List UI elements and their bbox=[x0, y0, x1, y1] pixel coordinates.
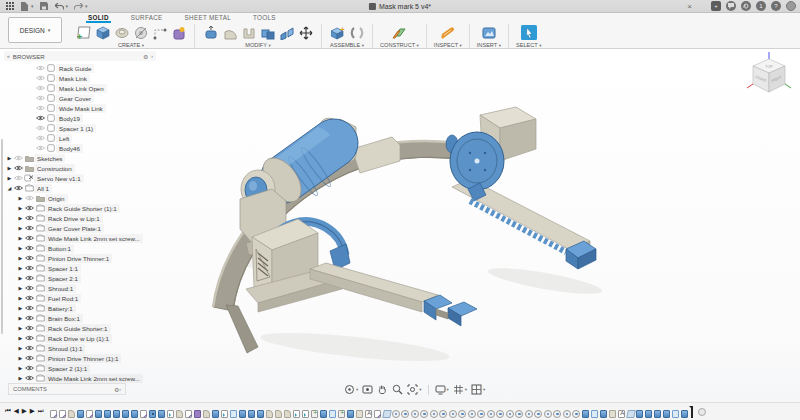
timeline-feature-joint[interactable] bbox=[430, 410, 438, 418]
timeline-feature-sketch[interactable] bbox=[50, 410, 58, 418]
timeline-feature-mirror[interactable] bbox=[167, 410, 175, 418]
timeline-feature-joint[interactable] bbox=[515, 410, 523, 418]
chevron-right-icon[interactable]: ▶ bbox=[17, 305, 24, 311]
visibility-eye-icon[interactable] bbox=[24, 245, 35, 251]
browser-item-origin[interactable]: ▶Origin bbox=[4, 193, 156, 203]
visibility-eye-icon[interactable] bbox=[24, 195, 35, 201]
browser-item-mask-link[interactable]: Mask Link bbox=[4, 73, 156, 83]
timeline-feature-joint[interactable] bbox=[525, 410, 533, 418]
joint-icon[interactable] bbox=[348, 24, 365, 41]
visibility-eye-icon[interactable] bbox=[24, 215, 35, 221]
timeline-step-forward-button[interactable]: ▶ bbox=[30, 408, 35, 415]
browser-item-wide-mask-link-2mm-set-screw[interactable]: ▶Wide Mask Link 2mm set screw... bbox=[4, 373, 156, 383]
visibility-eye-icon[interactable] bbox=[24, 285, 35, 291]
chevron-right-icon[interactable]: › bbox=[119, 386, 121, 392]
comments-panel[interactable]: COMMENTS ⚙ › bbox=[8, 383, 126, 395]
ribbon-group-label[interactable]: MODIFY ▾ bbox=[245, 42, 270, 48]
timeline-feature-extrude[interactable] bbox=[131, 410, 139, 418]
timeline-feature-sketch[interactable] bbox=[59, 410, 67, 418]
visibility-eye-icon[interactable] bbox=[35, 105, 46, 111]
timeline-feature-component[interactable] bbox=[609, 410, 617, 418]
viewports-icon[interactable]: ▾ bbox=[471, 384, 485, 395]
split-body-icon[interactable] bbox=[278, 24, 295, 41]
chevron-right-icon[interactable]: ▶ bbox=[17, 345, 24, 351]
combine-icon[interactable] bbox=[259, 24, 276, 41]
browser-item-shroud-1[interactable]: ▶Shroud:1 bbox=[4, 283, 156, 293]
shell-icon[interactable] bbox=[240, 24, 257, 41]
timeline-step-back-button[interactable]: ◀ bbox=[14, 408, 19, 415]
browser-item-rack-drive-w-lip-1[interactable]: ▶Rack Drive w Lip:1 bbox=[4, 213, 156, 223]
timeline-feature-fillet[interactable] bbox=[176, 410, 184, 418]
timeline-feature-joint[interactable] bbox=[401, 410, 409, 418]
timeline-feature-plane[interactable] bbox=[626, 410, 635, 418]
timeline-skip-end-button[interactable]: ⏭ bbox=[38, 408, 44, 415]
pinion-assembly-right[interactable] bbox=[446, 107, 596, 269]
visibility-eye-icon[interactable] bbox=[24, 325, 35, 331]
tab-surface[interactable]: SURFACE bbox=[129, 13, 165, 23]
visibility-eye-icon[interactable] bbox=[24, 225, 35, 231]
browser-scrollbar[interactable] bbox=[1, 139, 3, 334]
sketch-icon[interactable]: + bbox=[75, 24, 92, 41]
timeline-feature-extrude[interactable] bbox=[257, 410, 265, 418]
visibility-eye-icon[interactable] bbox=[35, 125, 46, 131]
timeline-feature-box[interactable] bbox=[672, 410, 680, 418]
timeline-feature-sketch[interactable] bbox=[86, 410, 94, 418]
timeline-feature-joint[interactable] bbox=[477, 410, 485, 418]
visibility-eye-icon[interactable] bbox=[35, 85, 46, 91]
document-close-button[interactable]: × bbox=[687, 0, 692, 13]
visibility-eye-icon[interactable] bbox=[24, 255, 35, 261]
pan-icon[interactable] bbox=[377, 384, 388, 395]
browser-item-gear-cover-plate-1[interactable]: ▶Gear Cover Plate:1 bbox=[4, 223, 156, 233]
browser-item-left[interactable]: Left bbox=[4, 133, 156, 143]
chevron-right-icon[interactable]: ▶ bbox=[17, 365, 24, 371]
visibility-eye-icon[interactable] bbox=[24, 355, 35, 361]
chevron-right-icon[interactable]: ▶ bbox=[17, 335, 24, 341]
workspace-design-button[interactable]: DESIGN▾ bbox=[8, 17, 62, 43]
timeline-feature-sketch[interactable] bbox=[374, 410, 382, 418]
visibility-eye-icon[interactable] bbox=[24, 265, 35, 271]
timeline-feature-sketch[interactable] bbox=[140, 410, 148, 418]
job-status-icon[interactable] bbox=[741, 1, 751, 11]
viewcube[interactable]: TOP FRONT RIGHT bbox=[746, 51, 792, 103]
visibility-eye-icon[interactable] bbox=[13, 175, 24, 181]
visibility-eye-icon[interactable] bbox=[24, 305, 35, 311]
timeline-feature-form[interactable] bbox=[194, 410, 202, 418]
redo-caret-icon[interactable]: ▾ bbox=[85, 3, 88, 9]
construction-plane-icon[interactable] bbox=[391, 24, 408, 41]
timeline-feature-joint[interactable] bbox=[392, 410, 400, 418]
browser-item-battery-1[interactable]: ▶Battery:1 bbox=[4, 303, 156, 313]
timeline-feature-fillet[interactable] bbox=[203, 410, 211, 418]
tab-sheet-metal[interactable]: SHEET METAL bbox=[183, 13, 233, 23]
timeline-feature-extrude[interactable] bbox=[347, 410, 355, 418]
rack-arm-bottom[interactable] bbox=[310, 263, 477, 326]
browser-item-gear-cover[interactable]: Gear Cover bbox=[4, 93, 156, 103]
browser-item-wide-mask-link-2mm-set-screw[interactable]: ▶Wide Mask Link 2mm set screw... bbox=[4, 233, 156, 243]
browser-item-body19[interactable]: Body19 bbox=[4, 113, 156, 123]
display-settings-icon[interactable]: ▾ bbox=[435, 384, 449, 395]
browser-item-shroud-1-1[interactable]: ▶Shroud (1):1 bbox=[4, 343, 156, 353]
browser-item-construction[interactable]: ▶Construction bbox=[4, 163, 156, 173]
timeline-feature-joint[interactable] bbox=[572, 410, 580, 418]
extensions-icon[interactable]: + bbox=[711, 1, 721, 11]
data-panel-grid-icon[interactable] bbox=[5, 2, 14, 11]
timeline-options-icon[interactable] bbox=[698, 408, 706, 416]
chevron-right-icon[interactable]: ▶ bbox=[17, 245, 24, 251]
timeline-feature-plus[interactable] bbox=[338, 410, 346, 418]
notifications-icon[interactable]: 1 bbox=[756, 1, 766, 11]
chevron-right-icon[interactable]: ▶ bbox=[17, 375, 24, 381]
timeline-feature-extrude[interactable] bbox=[95, 410, 103, 418]
fillet-icon[interactable] bbox=[221, 24, 238, 41]
chevron-right-icon[interactable]: ▶ bbox=[17, 255, 24, 261]
timeline-feature-joint[interactable] bbox=[487, 410, 495, 418]
chevron-right-icon[interactable]: ▶ bbox=[6, 155, 13, 161]
timeline-feature-sketch[interactable] bbox=[185, 410, 193, 418]
look-at-icon[interactable] bbox=[362, 384, 373, 395]
chevron-right-icon[interactable]: ▶ bbox=[6, 165, 13, 171]
measure-icon[interactable] bbox=[439, 24, 456, 41]
redo-icon[interactable] bbox=[74, 2, 83, 11]
browser-item-pinion-drive-thinner-1-1[interactable]: ▶Pinion Drive Thinner (1):1 bbox=[4, 353, 156, 363]
chevron-right-icon[interactable]: ▶ bbox=[17, 285, 24, 291]
insert-mesh-icon[interactable] bbox=[480, 24, 497, 41]
browser-item-wide-mask-link[interactable]: Wide Mask Link bbox=[4, 103, 156, 113]
collapse-panel-icon[interactable]: « bbox=[7, 53, 10, 59]
